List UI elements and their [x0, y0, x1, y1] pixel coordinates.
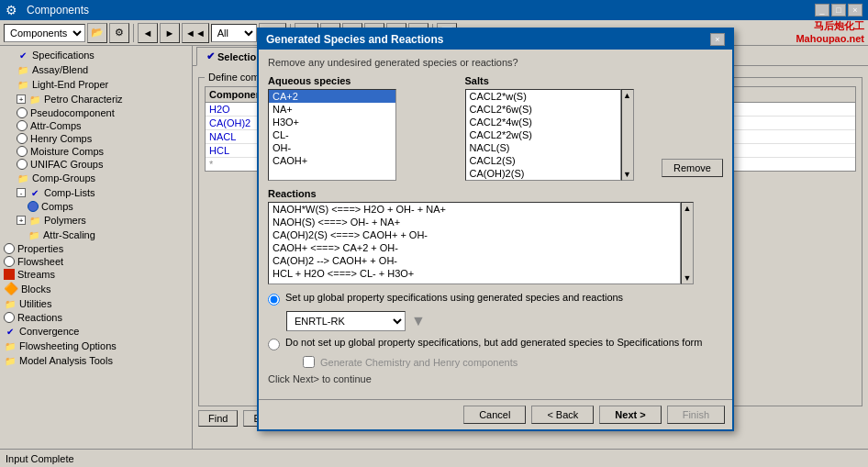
- scroll-up-arrow: ▲: [623, 91, 631, 100]
- radio-no-setup[interactable]: [268, 339, 280, 350]
- sidebar-item-blocks[interactable]: 🔶 Blocks: [2, 281, 190, 296]
- reaction-0[interactable]: NAOH*W(S) <===> H2O + OH- + NA+: [269, 203, 680, 216]
- separator: [133, 24, 134, 42]
- aqueous-item-0[interactable]: CA+2: [269, 90, 395, 103]
- aqueous-item-3[interactable]: CL-: [269, 128, 395, 141]
- close-button[interactable]: ×: [848, 4, 862, 17]
- sidebar-item-henry-comps[interactable]: Henry Comps: [2, 132, 190, 145]
- checkbox-row: Generate Chemistry and Henry components: [268, 356, 723, 368]
- salt-item-5[interactable]: CACL2(S): [466, 154, 620, 167]
- dialog-title-bar: Generated Species and Reactions ×: [259, 29, 732, 50]
- folder-icon: 📁: [17, 78, 29, 91]
- cancel-button[interactable]: Cancel: [463, 406, 526, 424]
- back-button[interactable]: ◄: [138, 23, 158, 43]
- check-icon: ✔: [17, 49, 29, 61]
- blue-circle-icon: [28, 201, 39, 212]
- aqueous-item-4[interactable]: OH-: [269, 141, 395, 154]
- sidebar-item-properties[interactable]: Properties: [2, 242, 190, 255]
- aqueous-species-section: Aqueous species CA+2 NA+ H3O+ CL- OH- CA…: [268, 75, 456, 181]
- expand-icon[interactable]: -: [17, 188, 26, 197]
- salt-item-2[interactable]: CACL2*4w(S): [466, 116, 620, 128]
- status-bar: Input Complete: [0, 449, 868, 467]
- check-icon: ✔: [4, 325, 17, 338]
- sidebar-item-comps[interactable]: Comps: [2, 200, 190, 213]
- circle-icon: [4, 256, 15, 267]
- finish-button[interactable]: Finish: [667, 406, 725, 424]
- sidebar-item-assay-blend[interactable]: 📁 Assay/Blend: [2, 62, 190, 77]
- salt-item-3[interactable]: CACL2*2w(S): [466, 128, 620, 141]
- aqueous-item-2[interactable]: H3O+: [269, 116, 395, 128]
- generate-chemistry-checkbox[interactable]: [303, 356, 315, 368]
- property-model-dropdown[interactable]: ENRTL-RK: [286, 311, 406, 331]
- folder-icon: 📁: [4, 354, 17, 367]
- nav-dropdown[interactable]: Components: [4, 24, 85, 42]
- sidebar-item-model-analysis[interactable]: 📁 Model Analysis Tools: [2, 353, 190, 368]
- rewind-button[interactable]: ◄◄: [182, 23, 209, 43]
- sidebar-item-flowsheeting-options[interactable]: 📁 Flowsheeting Options: [2, 339, 190, 353]
- circle-icon: [17, 107, 28, 118]
- salts-section: Salts CACL2*w(S) CACL2*6w(S) CACL2*4w(S)…: [465, 75, 653, 181]
- salt-item-0[interactable]: CACL2*w(S): [466, 90, 620, 103]
- folder-icon: 📁: [4, 339, 17, 352]
- circle-icon: [17, 133, 28, 144]
- sidebar-item-comp-lists[interactable]: - ✔ Comp-Lists: [2, 185, 190, 200]
- settings-button[interactable]: ⚙: [109, 23, 129, 43]
- scope-dropdown[interactable]: All: [211, 24, 257, 42]
- folder-icon: 📁: [28, 228, 40, 241]
- sidebar-item-streams[interactable]: Streams: [2, 268, 190, 281]
- reactions-list[interactable]: NAOH*W(S) <===> H2O + OH- + NA+ NAOH(S) …: [268, 202, 681, 284]
- folder-open-button[interactable]: 📂: [87, 23, 107, 43]
- reactions-label: Reactions: [268, 188, 723, 199]
- radio-setup[interactable]: [268, 294, 280, 306]
- sidebar-item-pseudocomponent[interactable]: Pseudocomponent: [2, 106, 190, 119]
- sidebar-item-comp-groups[interactable]: 📁 Comp-Groups: [2, 171, 190, 185]
- reaction-3[interactable]: CAOH+ <===> CA+2 + OH-: [269, 241, 680, 254]
- aqueous-item-5[interactable]: CAOH+: [269, 154, 395, 167]
- reaction-4[interactable]: CA(OH)2 --> CAOH+ + OH-: [269, 254, 680, 267]
- salt-item-4[interactable]: NACL(S): [466, 141, 620, 154]
- sidebar-item-petro[interactable]: + 📁 Petro Characteriz: [2, 92, 190, 106]
- sidebar-item-attr-comps[interactable]: Attr-Comps: [2, 119, 190, 132]
- sidebar-item-specifications[interactable]: ✔ Specifications: [2, 48, 190, 62]
- expand-icon[interactable]: +: [17, 95, 26, 104]
- reaction-2[interactable]: CA(OH)2(S) <===> CAOH+ + OH-: [269, 228, 680, 241]
- expand-icon[interactable]: +: [17, 216, 26, 225]
- folder-icon: 📁: [17, 63, 29, 76]
- sidebar-item-flowsheet[interactable]: Flowsheet: [2, 255, 190, 268]
- folder-icon: 📁: [4, 297, 17, 310]
- salts-list[interactable]: CACL2*w(S) CACL2*6w(S) CACL2*4w(S) CACL2…: [465, 89, 621, 181]
- sidebar-item-unifac[interactable]: UNIFAC Groups: [2, 158, 190, 171]
- dialog-button-row: Cancel < Back Next > Finish: [259, 399, 732, 429]
- remove-button[interactable]: Remove: [662, 159, 723, 177]
- maximize-button[interactable]: □: [831, 4, 846, 17]
- sidebar-item-utilities[interactable]: 📁 Utilities: [2, 296, 190, 311]
- sidebar-item-polymers[interactable]: + 📁 Polymers: [2, 213, 190, 228]
- salt-item-6[interactable]: CA(OH)2(S): [466, 167, 620, 180]
- aqueous-list[interactable]: CA+2 NA+ H3O+ CL- OH- CAOH+: [268, 89, 396, 181]
- circle-icon: [4, 243, 15, 254]
- sidebar-item-moisture-comps[interactable]: Moisture Comps: [2, 145, 190, 158]
- reactions-scrollbar[interactable]: ▲ ▼: [681, 202, 694, 284]
- aqueous-label: Aqueous species: [268, 75, 456, 86]
- forward-button[interactable]: ►: [160, 23, 180, 43]
- minimize-button[interactable]: _: [815, 4, 829, 17]
- circle-icon: [17, 159, 28, 170]
- sidebar-item-attr-scaling[interactable]: 📁 Attr-Scaling: [2, 228, 190, 242]
- radio-option-1: Set up global property specifications us…: [268, 292, 723, 306]
- dialog-close-button[interactable]: ×: [710, 33, 725, 46]
- sidebar-item-reactions[interactable]: Reactions: [2, 311, 190, 324]
- salts-scrollbar[interactable]: ▲ ▼: [621, 89, 634, 181]
- reaction-5[interactable]: HCL + H2O <===> CL- + H3O+: [269, 267, 680, 280]
- next-button[interactable]: Next >: [599, 406, 661, 424]
- sidebar-item-light-end[interactable]: 📁 Light-End Proper: [2, 77, 190, 92]
- reaction-1[interactable]: NAOH(S) <===> OH- + NA+: [269, 216, 680, 228]
- back-button[interactable]: < Back: [531, 406, 594, 424]
- scroll-down-arrow: ▼: [684, 273, 692, 283]
- salts-list-container: CACL2*w(S) CACL2*6w(S) CACL2*4w(S) CACL2…: [465, 89, 653, 181]
- salt-item-1[interactable]: CACL2*6w(S): [466, 103, 620, 116]
- watermark: 马后炮化工 Mahoupao.net: [796, 20, 864, 44]
- aqueous-item-1[interactable]: NA+: [269, 103, 395, 116]
- dialog-subtitle: Remove any undesired generated species o…: [268, 57, 723, 68]
- sidebar-item-convergence[interactable]: ✔ Convergence: [2, 324, 190, 339]
- find-button[interactable]: Find: [198, 410, 238, 427]
